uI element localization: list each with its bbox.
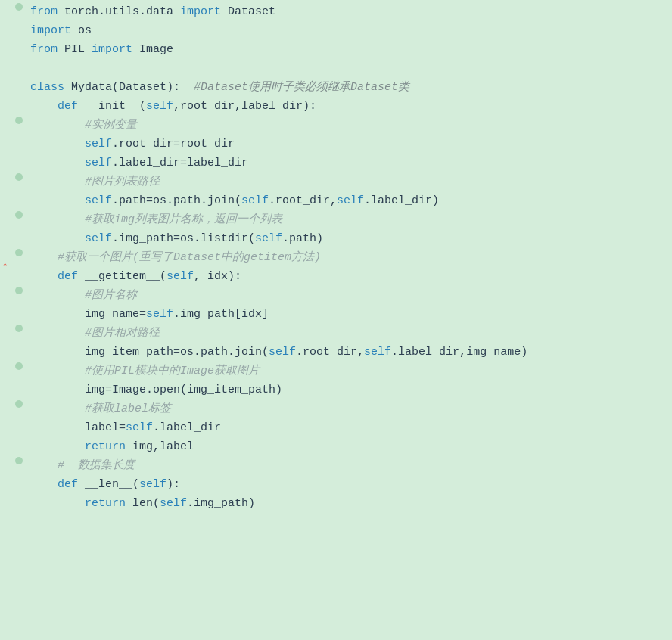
code-line: #获取一个图片(重写了Dataset中的getitem方法) [0,249,672,268]
code-line: img_item_path=os.path.join(self.root_dir… [0,343,672,362]
token: from [30,5,58,18]
line-content: from PIL import Image [27,41,666,59]
token: img,label [126,440,194,453]
code-line: #获取label标签 [0,400,672,419]
token [30,194,85,207]
line-content: def __init__(self,root_dir,label_dir): [27,98,666,116]
code-line: return img,label [0,438,672,457]
token [30,213,85,226]
token [30,440,85,453]
token [30,289,85,302]
token [30,270,58,283]
token: self [337,194,364,207]
token: Dataset [221,5,275,18]
token: label= [85,421,126,434]
line-gutter [6,211,27,219]
code-line: self.img_path=os.listdir(self.path) [0,230,672,249]
token: Image [132,43,173,56]
line-content: img_name=self.img_path[idx] [27,306,666,324]
code-line: self.label_dir=label_dir [0,154,672,173]
token [30,478,58,491]
code-line: class Mydata(Dataset): #Dataset使用时子类必须继承… [0,79,672,98]
line-content: from torch.utils.data import Dataset [27,3,666,21]
token: import [180,5,221,18]
token: self [364,346,391,359]
token: self [269,346,296,359]
token: self [241,194,269,207]
token: .img_path) [187,497,255,510]
token: def [58,100,78,113]
token: .root_dir=root_dir [112,138,235,151]
token: __len__( [78,478,139,491]
line-content: #图片名称 [27,287,666,305]
line-content: #获取label标签 [27,400,666,418]
token: .label_dir) [364,194,439,207]
line-content: self.root_dir=root_dir [27,135,666,154]
token: PIL [58,43,92,56]
token: return [85,440,126,453]
token: .root_dir, [269,194,337,207]
line-content: return img,label [27,438,666,456]
token [30,119,85,132]
token: self [146,100,173,113]
code-line: return len(self.img_path) [0,495,672,514]
line-content: return len(self.img_path) [27,495,666,513]
line-content: import os [27,22,666,40]
line-gutter [6,117,27,124]
token: .root_dir, [296,346,364,359]
token [30,365,85,377]
token: #图片名称 [85,289,137,302]
token [30,459,58,472]
line-content: self.img_path=os.listdir(self.path) [27,230,666,248]
token: img_name= [85,308,146,321]
token [30,251,58,264]
line-gutter [6,362,27,370]
token: #实例变量 [85,119,137,132]
code-line: #获取img列表图片名称，返回一个列表 [0,211,672,230]
token [30,100,58,113]
token: __getitem__( [78,270,166,283]
token: #图片列表路径 [85,176,160,188]
token: def [58,270,78,283]
token: .path=os.path.join( [112,194,241,207]
code-line: from torch.utils.data import Dataset [0,3,672,22]
gutter-dot [15,249,23,256]
token [30,402,85,415]
code-line: #图片名称 [0,287,672,306]
line-gutter [6,457,27,464]
token: self [126,421,153,434]
gutter-dot [15,117,23,124]
token: return [85,497,126,510]
code-line: #实例变量 [0,117,672,135]
token: .label_dir [153,421,221,434]
token: #使用PIL模块中的Image获取图片 [85,365,260,377]
token: .label_dir,img_name) [391,346,527,359]
gutter-dot [15,400,23,408]
token [30,497,85,510]
token: .img_path[idx] [173,308,269,321]
token: self [85,194,112,207]
token [30,176,85,188]
arrow-indicator: ↑ [2,258,9,278]
token: def [58,478,78,491]
code-line: # 数据集长度 [0,457,672,476]
token: #Dataset使用时子类必须继承Dataset类 [194,81,409,94]
code-editor: from torch.utils.data import Datasetimpo… [0,0,672,517]
line-content: label=self.label_dir [27,419,666,437]
token: ,root_dir,label_dir): [173,100,316,113]
token: #获取一个图片(重写了Dataset中的getitem方法) [58,251,321,264]
code-line: #图片相对路径 [0,325,672,343]
token: self [166,270,194,283]
token: # 数据集长度 [58,459,135,472]
line-gutter [6,325,27,332]
line-content: #获取一个图片(重写了Dataset中的getitem方法) [27,249,666,267]
token: self [146,308,173,321]
token [30,232,85,245]
gutter-dot [15,3,23,11]
token: Mydata(Dataset): [64,81,194,94]
line-content: self.label_dir=label_dir [27,154,666,172]
token: self [85,232,112,245]
gutter-dot [15,287,23,294]
code-line: def __len__(self): [0,476,672,495]
token [30,421,85,434]
